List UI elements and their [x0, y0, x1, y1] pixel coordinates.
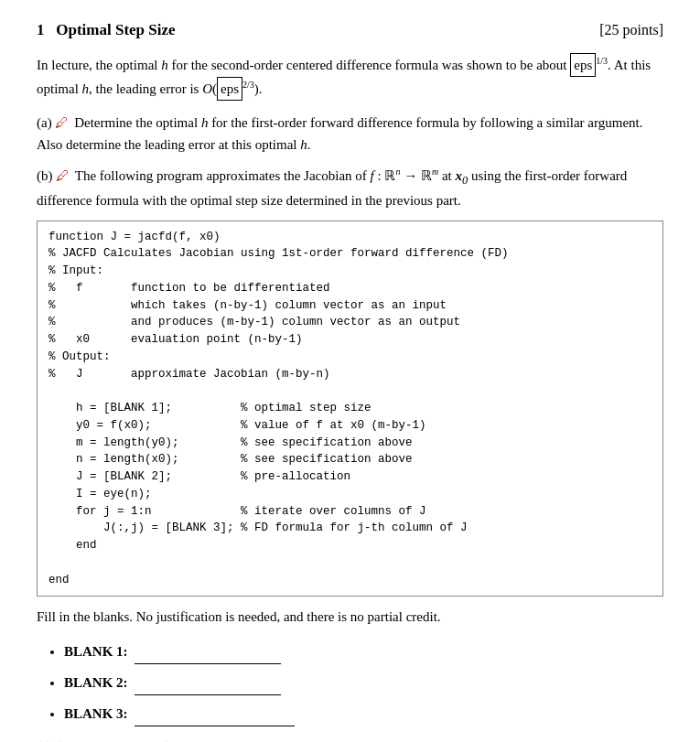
- part-c: (c) (Optional; no bonus) (i) 🖊 Generaliz…: [37, 736, 663, 742]
- blank-2-line[interactable]: [135, 670, 281, 695]
- code-line-2: % JACFD Calculates Jacobian using 1st-or…: [48, 245, 652, 263]
- code-line-6: % and produces (m-by-1) column vector as…: [48, 314, 652, 331]
- part-a: (a) 🖊 Determine the optimal h for the fi…: [37, 112, 663, 156]
- section-title: 1 Optimal Step Size: [37, 18, 176, 42]
- code-line-1: function J = jacfd(f, x0): [48, 229, 652, 246]
- blank-1-line[interactable]: [135, 639, 281, 664]
- code-line-14: J = [BLANK 2]; % pre-allocation: [48, 468, 652, 486]
- code-line-17: J(:,j) = [BLANK 3]; % FD formula for j-t…: [48, 520, 652, 537]
- intro-paragraph: In lecture, the optimal h for the second…: [37, 53, 663, 101]
- code-line-15: I = eye(n);: [48, 486, 652, 503]
- code-line-blank2: [48, 554, 652, 572]
- code-line-10: h = [BLANK 1]; % optimal step size: [48, 400, 652, 417]
- blank-1-item: BLANK 1:: [64, 639, 663, 664]
- code-line-4: % f function to be differentiated: [48, 280, 652, 297]
- code-block: function J = jacfd(f, x0) % JACFD Calcul…: [37, 220, 663, 597]
- fill-instructions: Fill in the blanks. No justification is …: [37, 606, 663, 628]
- code-line-18: end: [48, 537, 652, 554]
- eps-box-1: eps: [570, 53, 596, 77]
- part-b: (b) 🖊 The following program approximates…: [37, 165, 663, 211]
- code-line-11: y0 = f(x0); % value of f at x0 (m-by-1): [48, 417, 652, 435]
- code-line-9: % J approximate Jacobian (m-by-n): [48, 366, 652, 383]
- section-header: 1 Optimal Step Size [25 points]: [37, 18, 663, 42]
- code-line-7: % x0 evaluation point (n-by-1): [48, 331, 652, 349]
- code-line-16: for j = 1:n % iterate over columns of J: [48, 503, 652, 521]
- code-line-blank1: [48, 382, 652, 400]
- blank-3-item: BLANK 3:: [64, 701, 663, 726]
- code-line-12: m = length(y0); % see specification abov…: [48, 435, 652, 452]
- code-line-13: n = length(x0); % see specification abov…: [48, 451, 652, 468]
- section-points: [25 points]: [599, 19, 663, 41]
- code-line-3: % Input:: [48, 263, 652, 280]
- code-line-5: % which takes (n-by-1) column vector as …: [48, 297, 652, 315]
- code-line-end: end: [48, 572, 652, 589]
- blank-3-line[interactable]: [135, 701, 295, 726]
- eps-box-2: eps: [217, 77, 242, 101]
- blank-list: BLANK 1: BLANK 2: BLANK 3:: [64, 639, 663, 726]
- code-line-8: % Output:: [48, 349, 652, 366]
- blank-2-item: BLANK 2:: [64, 670, 663, 695]
